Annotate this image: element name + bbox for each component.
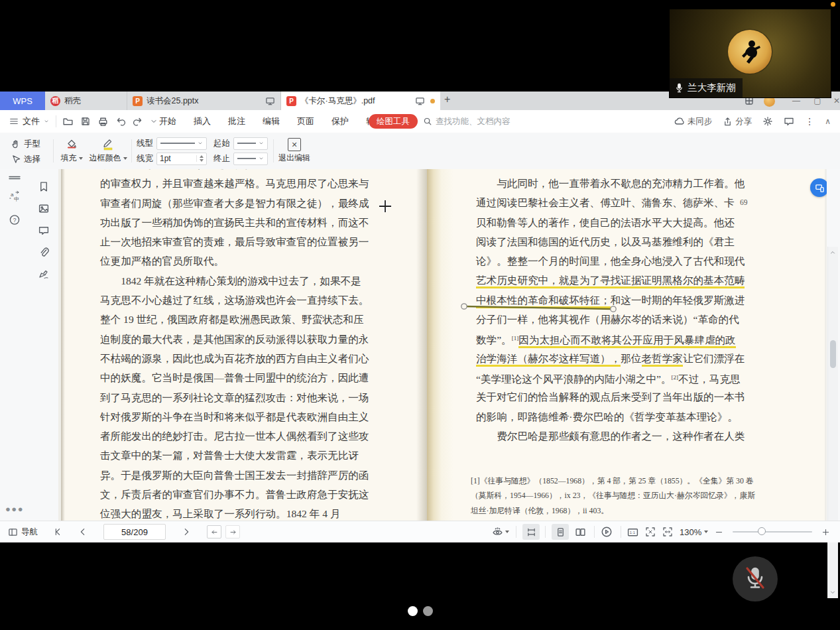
help-icon[interactable]: ? <box>9 214 21 225</box>
first-page-icon[interactable] <box>53 527 62 536</box>
slide-dot[interactable] <box>423 606 433 616</box>
scroll-down-arrow-icon[interactable] <box>830 590 835 595</box>
maximize-button[interactable]: ▢ <box>807 96 828 105</box>
new-tab-button[interactable]: + <box>444 94 450 105</box>
vertical-scrollbar[interactable] <box>827 247 838 598</box>
attachment-icon[interactable] <box>38 247 50 258</box>
double-page-view[interactable] <box>571 524 589 540</box>
mic-icon <box>675 83 684 93</box>
menu-item[interactable]: 页面 <box>297 115 314 127</box>
signature-pen-icon[interactable] <box>38 269 50 281</box>
screen: WPS 稻 稻壳 P 读书会25.pptx P 《卡尔·马克思》.pdf <box>0 0 840 630</box>
play-presentation-button[interactable] <box>601 521 613 542</box>
feedback-comment-icon[interactable] <box>784 116 794 127</box>
history-nav-group <box>207 521 240 542</box>
line-width-row: 线宽 1pt <box>137 151 207 166</box>
menu-item[interactable]: 保护 <box>331 115 349 127</box>
view-back-button[interactable] <box>207 525 221 538</box>
translate-icon[interactable]: a 中 <box>9 190 21 202</box>
line-end-select[interactable] <box>233 153 268 165</box>
fit-page-icon[interactable] <box>645 527 656 537</box>
hand-tool[interactable]: 手型 <box>11 137 40 151</box>
chevron-down-icon <box>259 141 264 146</box>
comment-icon[interactable] <box>38 225 50 236</box>
menu-item[interactable]: 开始 <box>159 115 176 127</box>
page-number-input[interactable] <box>103 524 166 540</box>
fill-bucket-icon <box>65 138 78 151</box>
more-menu-button[interactable]: ⋮ <box>805 116 814 127</box>
prev-page-icon[interactable] <box>78 527 88 536</box>
file-menu[interactable]: 文件 <box>9 110 49 133</box>
zoom-level-dropdown[interactable]: 130% <box>680 527 708 537</box>
select-tool[interactable]: 选择 <box>11 152 40 166</box>
line-start-row: 起始 <box>213 136 268 151</box>
line-type-label: 线型 <box>137 138 153 149</box>
navigation-toggle[interactable]: 导航 <box>8 521 38 542</box>
view-forward-button[interactable] <box>225 525 240 538</box>
zoom-in-icon[interactable] <box>821 528 830 536</box>
save-icon[interactable] <box>80 116 91 127</box>
sync-status[interactable]: 未同步 <box>674 116 713 127</box>
fill-color-button[interactable]: 填充 <box>57 135 86 166</box>
line-type-select[interactable] <box>156 137 207 150</box>
tab-pptx[interactable]: P 读书会25.pptx <box>127 92 281 110</box>
zoom-slider[interactable] <box>733 531 812 533</box>
settings-gear-icon[interactable] <box>762 116 773 127</box>
single-page-view[interactable] <box>552 524 569 540</box>
line-width-stepper[interactable]: 1pt <box>156 153 207 165</box>
sidebar-more-icon[interactable]: ●●● <box>5 504 24 514</box>
slide-dot-active[interactable] <box>408 606 418 616</box>
text-line: 马克思不小心越过了红线，这场游戏也许会一直持续下去。 <box>100 290 369 310</box>
drag-handle-icon[interactable] <box>8 176 21 180</box>
dropdown-caret-icon <box>123 157 127 160</box>
eye-protect-mode[interactable] <box>492 521 509 542</box>
presenting-monitor-icon <box>265 96 275 106</box>
share-button[interactable]: 分享 <box>723 116 752 127</box>
menu-item[interactable]: 插入 <box>194 115 211 127</box>
zoom-slider-knob[interactable] <box>758 527 766 535</box>
search-input[interactable]: 查找功能、文档内容 <box>423 110 510 133</box>
page-edge-shadow <box>61 169 65 521</box>
line-start-label: 起始 <box>213 138 230 149</box>
mobile-view-float-button[interactable] <box>810 178 827 197</box>
wps-home-button[interactable]: WPS <box>0 92 45 110</box>
continuous-read-mode[interactable] <box>522 524 540 540</box>
exit-edit-button[interactable]: ✕ 退出编辑 <box>277 135 312 166</box>
image-icon[interactable] <box>38 203 50 214</box>
bookmark-icon[interactable] <box>38 181 50 192</box>
video-call-overlay[interactable]: 兰大李新潮 <box>670 9 831 97</box>
line-start-select[interactable] <box>233 137 268 150</box>
undo-icon[interactable] <box>115 116 126 127</box>
redo-icon[interactable] <box>133 116 143 127</box>
actual-size-icon[interactable]: 1:1 <box>627 527 638 538</box>
tab-label: 《卡尔·马克思》.pdf <box>300 95 375 107</box>
menu-item[interactable]: 编辑 <box>263 115 280 127</box>
border-color-button[interactable]: 边框颜色 <box>88 135 129 166</box>
stepper-arrows-icon[interactable] <box>196 155 204 162</box>
collapse-ribbon-button[interactable]: ∧ <box>825 117 831 126</box>
drawing-toolbar: 手型 选择 填充 边框颜色 <box>0 133 840 170</box>
menu-item[interactable]: 批注 <box>228 115 245 127</box>
text-line: 的影响，即路德维希·费尔巴哈的《哲学变革基本理论》。 <box>476 407 745 426</box>
close-button[interactable]: ✕ <box>828 96 840 105</box>
fit-width-icon[interactable] <box>662 527 673 537</box>
tab-pdf-active[interactable]: P 《卡尔·马克思》.pdf <box>281 92 440 110</box>
hamburger-icon <box>9 117 19 126</box>
text-line: 者所能发出的绝妙打击。尼古拉一世本人偶然看到了这些攻 <box>100 426 369 446</box>
next-page-icon[interactable] <box>182 527 191 536</box>
print-icon[interactable] <box>97 116 109 127</box>
ribbon-menus: 开始插入批注编辑页面保护转换 <box>159 110 383 133</box>
pdf-viewport[interactable]: 颁布了新的书报检查令，进一步扩大了审查官们的审查权力，并且审查越来越严格。马克思… <box>58 169 827 521</box>
draw-tools-tab[interactable]: 绘图工具 <box>369 114 418 129</box>
more-commands-icon[interactable] <box>150 117 158 125</box>
mute-mic-button[interactable] <box>733 556 778 601</box>
left-page-text: 颁布了新的书报检查令，进一步扩大了审查官们的审查权力，并且审查越来越严格。马克思… <box>100 169 369 521</box>
line-annotation-selected[interactable] <box>456 299 622 316</box>
text-line: 迫制度的最大代表，是其他国家的反动派得以获取力量的永 <box>100 330 369 349</box>
open-folder-icon[interactable] <box>62 116 74 127</box>
scroll-up-arrow-icon[interactable] <box>830 250 835 255</box>
zoom-out-icon[interactable] <box>715 528 723 536</box>
tab-daoke[interactable]: 稻 稻壳 <box>45 92 127 110</box>
vscroll-thumb[interactable] <box>830 340 836 368</box>
minimize-button[interactable]: — <box>786 96 807 105</box>
